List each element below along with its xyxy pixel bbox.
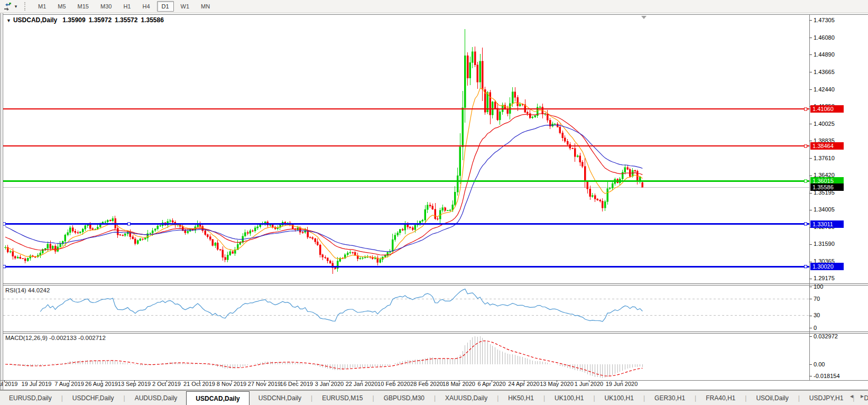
- date-label: 19 Jun 2020: [606, 381, 638, 387]
- periods-icon-glyph: [3, 2, 12, 11]
- date-label: 1 Jul 2019: [0, 381, 17, 387]
- date-label: 6 Apr 2020: [477, 381, 505, 387]
- ma-slow-line: [5, 125, 642, 252]
- timeframe-buttons: M1M5M15M30H1H4D1W1MN: [32, 1, 216, 12]
- rsi-axis-label: 0: [814, 325, 817, 331]
- level-price-badge: 1.38464: [810, 142, 844, 150]
- chart-tab-xauusd-7[interactable]: XAUUSD,Daily: [436, 391, 496, 405]
- date-label: 28 Feb 2020: [410, 381, 443, 387]
- chart-tab-gbpusd-6[interactable]: GBPUSD,M30: [375, 391, 433, 405]
- chart-tab-usdchf-1[interactable]: USDCHF,Daily: [63, 391, 123, 405]
- level-handle[interactable]: [3, 223, 6, 225]
- rsi-axis-label: 30: [814, 312, 820, 318]
- level-handle[interactable]: [128, 223, 131, 225]
- window-frame: [0, 13, 868, 390]
- level-line-1.38464[interactable]: [3, 145, 809, 148]
- date-label: 13 May 2020: [540, 381, 574, 387]
- chart-tab-hk50-8[interactable]: HK50,H1: [499, 391, 543, 405]
- chart-tab-usdcad-3[interactable]: USDCAD,Daily: [186, 391, 249, 405]
- level-line-1.41060[interactable]: [3, 108, 809, 111]
- price-tick-label: 1.43665: [814, 69, 835, 75]
- date-label: 2 Oct 2019: [152, 381, 181, 387]
- rsi-axis-label: 100: [814, 283, 823, 290]
- chart-tab-fra40-12[interactable]: FRA40,H1: [697, 391, 744, 405]
- chart-tab-audusd-2[interactable]: AUDUSD,Daily: [126, 391, 187, 405]
- tab-scroll-right-icon[interactable]: ▸: [861, 392, 864, 400]
- level-price-badge: 1.33011: [810, 220, 844, 228]
- ohlc-low: 1.35572: [115, 16, 137, 24]
- rsi-label: RSI(14) 44.0242: [5, 287, 50, 293]
- chart-tab-ger30-11[interactable]: GER30,H1: [645, 391, 694, 405]
- level-handle[interactable]: [3, 265, 6, 268]
- macd-axis-label: -0.018154: [814, 373, 840, 379]
- date-label: 1 Jun 2020: [575, 381, 603, 387]
- price-tick-label: 1.31590: [814, 241, 835, 247]
- level-line-1.36015[interactable]: [3, 180, 809, 182]
- date-label: 24 Apr 2020: [508, 381, 539, 387]
- date-label: 21 Oct 2019: [183, 381, 215, 387]
- level-handle[interactable]: [805, 223, 807, 225]
- rsi-line: [40, 289, 642, 322]
- tab-scroll-left-icon[interactable]: ◂: [850, 392, 853, 400]
- mt4-terminal: ▾ M1M5M15M30H1H4D1W1MN ▼USDCAD,Daily1.35…: [0, 0, 868, 405]
- timeframe-button-mn[interactable]: MN: [196, 1, 215, 12]
- chart-tab-uk100-9[interactable]: UK100,H1: [546, 391, 593, 405]
- level-line-1.30020[interactable]: [3, 265, 810, 268]
- timeframe-button-m30[interactable]: M30: [96, 1, 116, 12]
- timeframe-toolbar: ▾ M1M5M15M30H1H4D1W1MN: [0, 0, 868, 13]
- chart-tab-eurusd-5[interactable]: EURUSD,M15: [313, 391, 372, 405]
- price-tick-label: 1.34005: [814, 206, 835, 213]
- level-handle[interactable]: [805, 180, 807, 182]
- periods-icon[interactable]: [2, 2, 13, 11]
- timeframe-button-m1[interactable]: M1: [33, 1, 51, 12]
- macd-axis-label: 0.032972: [814, 333, 838, 339]
- macd-signal-line: [5, 341, 642, 376]
- level-price-badge: 1.30020: [810, 263, 844, 270]
- macd-histogram: [5, 336, 642, 378]
- ohlc-close: 1.35586: [141, 16, 163, 24]
- chart-symbol-label: USDCAD,Daily: [13, 16, 57, 24]
- chart-shift-marker[interactable]: [641, 16, 647, 19]
- date-label: 27 Nov 2019: [248, 381, 281, 387]
- timeframe-button-h1[interactable]: H1: [118, 1, 135, 12]
- macd-label: MACD(12,26,9) -0.002133 -0.002712: [5, 335, 106, 341]
- price-tick-label: 1.29175: [814, 275, 835, 281]
- ohlc-open: 1.35909: [62, 16, 85, 24]
- price-tick-label: 1.46080: [814, 34, 835, 41]
- ohlc-high: 1.35972: [89, 16, 112, 24]
- timeframe-button-m5[interactable]: M5: [53, 1, 70, 12]
- chart-title: ▼USDCAD,Daily1.359091.359721.355721.3558…: [6, 16, 164, 24]
- chart-tab-usoil-13[interactable]: USOil,Daily: [747, 391, 797, 405]
- timeframe-button-m15[interactable]: M15: [73, 1, 94, 12]
- date-label: 10 Feb 2020: [377, 381, 410, 387]
- tab-scroll-arrows: ◂▸: [843, 392, 864, 400]
- timeframe-button-w1[interactable]: W1: [176, 1, 195, 12]
- price-tick-label: 1.44890: [814, 51, 835, 58]
- chart-canvas[interactable]: [0, 0, 868, 405]
- periods-dropdown-caret[interactable]: ▾: [13, 4, 19, 9]
- date-label: 3 Jan 2020: [315, 381, 344, 387]
- level-handle[interactable]: [805, 145, 807, 148]
- price-tick-label: 1.40025: [814, 121, 835, 127]
- level-price-badge: 1.41060: [810, 105, 844, 113]
- price-tick-label: 1.42440: [814, 86, 835, 93]
- date-label: 26 Aug 2019: [85, 381, 118, 387]
- date-label: 22 Jan 2020: [346, 381, 378, 387]
- chart-tab-uk100-10[interactable]: UK100,H1: [596, 391, 643, 405]
- level-line-1.33011[interactable]: [3, 223, 810, 225]
- toolbar-grip: [24, 2, 27, 11]
- chart-tab-usdcnh-4[interactable]: USDCNH,Daily: [250, 391, 310, 405]
- ma-medium-line: [5, 114, 642, 255]
- current-price-badge: 1.35586: [810, 183, 844, 191]
- rsi-axis-label: 70: [814, 296, 820, 302]
- level-handle[interactable]: [805, 265, 807, 268]
- chart-tab-eurusd-0[interactable]: EURUSD,Daily: [0, 391, 61, 405]
- timeframe-button-h4[interactable]: H4: [137, 1, 154, 12]
- level-handle[interactable]: [805, 108, 807, 111]
- price-tick-label: 1.37610: [814, 155, 835, 161]
- timeframe-button-d1[interactable]: D1: [157, 1, 174, 12]
- date-label: 8 Nov 2019: [217, 381, 246, 387]
- one-click-trading-toggle[interactable]: ▼: [6, 18, 11, 23]
- price-tick-label: 1.47305: [814, 17, 835, 23]
- date-label: 18 Mar 2020: [442, 381, 475, 387]
